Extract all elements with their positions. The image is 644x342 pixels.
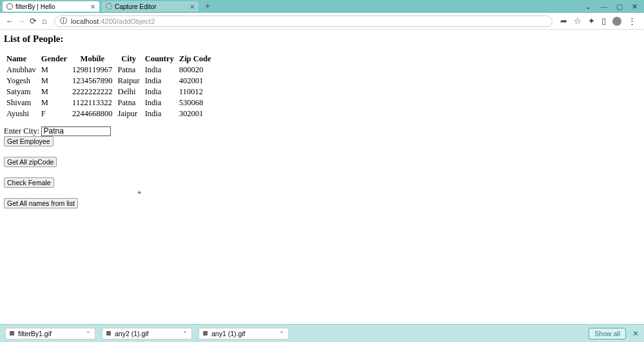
browser-tab-active[interactable]: filterBy | Hello ✕ (3, 1, 99, 12)
downloads-bar: filterBy1.gif ⌃ any2 (1).gif ⌃ any1 (1).… (0, 324, 644, 342)
city-label: Enter City: (4, 126, 39, 136)
back-button[interactable]: ← (4, 16, 15, 26)
cell-gender: M (39, 86, 70, 97)
cell-zip: 402001 (177, 75, 214, 86)
download-chip[interactable]: any1 (1).gif ⌃ (199, 328, 289, 339)
favicon-icon (106, 3, 112, 10)
browser-tab-inactive[interactable]: Capture Editor ✕ (102, 1, 199, 12)
cell-country: India (142, 108, 177, 119)
download-filename: filterBy1.gif (18, 330, 52, 337)
col-city: City (115, 54, 142, 65)
close-downloads-bar-icon[interactable]: ✕ (632, 329, 639, 338)
col-zip: Zip Code (177, 54, 214, 65)
col-gender: Gender (39, 54, 70, 65)
cell-zip: 110012 (177, 86, 214, 97)
cell-city: Jaipur (115, 108, 142, 119)
page-heading: List of People: (4, 34, 640, 45)
city-form-row: Enter City: (4, 126, 640, 136)
download-chip[interactable]: filterBy1.gif ⌃ (5, 328, 95, 339)
favicon-icon (6, 3, 13, 10)
people-table: Name Gender Mobile City Country Zip Code… (4, 54, 213, 119)
tab-title: filterBy | Hello (15, 3, 55, 10)
profile-avatar[interactable] (612, 17, 621, 26)
chevron-up-icon[interactable]: ⌃ (182, 330, 188, 337)
cell-city: Delhi (115, 86, 142, 97)
chevron-down-icon[interactable]: ⌄ (585, 3, 591, 11)
cell-mobile: 2222222222 (70, 86, 115, 97)
show-all-downloads-button[interactable]: Show all (589, 328, 626, 339)
cell-name: Yogesh (4, 75, 39, 86)
cell-mobile: 1234567890 (70, 75, 115, 86)
reload-button[interactable]: ⟳ (27, 16, 39, 26)
cell-name: Ayushi (4, 108, 39, 119)
bookmark-icon[interactable]: ☆ (574, 16, 581, 26)
cell-name: Shivam (4, 97, 39, 108)
get-all-names-button[interactable]: Get All names from list (4, 198, 78, 208)
col-mobile: Mobile (70, 54, 115, 65)
extensions-icon[interactable]: ✦ (588, 16, 595, 26)
table-row: AyushiF2244668800JaipurIndia302001 (4, 108, 213, 119)
table-header-row: Name Gender Mobile City Country Zip Code (4, 54, 213, 65)
file-icon (106, 331, 111, 336)
close-window-icon[interactable]: ✕ (632, 3, 638, 11)
tab-strip: filterBy | Hello ✕ Capture Editor ✕ + ⌄ … (0, 0, 644, 13)
address-bar[interactable]: ⓘ localhost:4200/addObject2 (54, 15, 552, 27)
forward-button: → (15, 16, 27, 26)
cell-country: India (142, 75, 177, 86)
cell-city: Raipur (115, 75, 142, 86)
minimize-icon[interactable]: ― (600, 3, 607, 11)
check-female-button[interactable]: Check Female (4, 177, 54, 188)
table-row: SatyamM2222222222DelhiIndia110012 (4, 86, 213, 97)
cell-country: India (142, 86, 177, 97)
cell-gender: M (39, 65, 70, 75)
close-icon[interactable]: ✕ (90, 3, 95, 10)
col-country: Country (142, 54, 177, 65)
cell-city: Patna (115, 97, 142, 108)
window-controls: ⌄ ― ▢ ✕ (585, 3, 644, 11)
page-content: List of People: Name Gender Mobile City … (0, 30, 644, 212)
url-path: /addObject2 (117, 17, 155, 25)
col-name: Name (4, 54, 39, 65)
cell-name: Satyam (4, 86, 39, 97)
url-port: :4200 (99, 17, 117, 25)
cell-mobile: 1298119967 (70, 65, 115, 75)
chevron-up-icon[interactable]: ⌃ (86, 330, 91, 337)
cell-zip: 530068 (177, 97, 214, 108)
download-filename: any1 (1).gif (211, 330, 246, 337)
city-input[interactable] (41, 126, 111, 136)
file-icon (203, 331, 208, 336)
share-icon[interactable]: ➦ (560, 16, 567, 26)
cell-gender: M (39, 97, 70, 108)
download-chip[interactable]: any2 (1).gif ⌃ (102, 328, 192, 339)
cell-city: Patna (115, 65, 142, 75)
panel-icon[interactable]: ▯ (601, 16, 606, 26)
cell-zip: 800020 (177, 65, 214, 75)
cell-country: India (142, 65, 177, 75)
cell-zip: 302001 (177, 108, 214, 119)
cell-country: India (142, 97, 177, 108)
cell-gender: M (39, 75, 70, 86)
browser-toolbar: ← → ⟳ ⌂ ⓘ localhost:4200/addObject2 ➦ ☆ … (0, 13, 644, 30)
close-icon[interactable]: ✕ (190, 3, 195, 10)
cell-mobile: 2244668800 (70, 108, 115, 119)
tab-title: Capture Editor (115, 3, 156, 10)
chevron-up-icon[interactable]: ⌃ (279, 330, 284, 337)
download-filename: any2 (1).gif (115, 330, 149, 337)
maximize-icon[interactable]: ▢ (616, 3, 623, 11)
file-icon (10, 331, 14, 336)
table-row: YogeshM1234567890RaipurIndia402001 (4, 75, 213, 86)
get-all-zipcode-button[interactable]: Get All zipCode (4, 157, 57, 167)
menu-icon[interactable]: ⋮ (628, 16, 636, 26)
url-host: localhost (71, 17, 99, 25)
new-tab-button[interactable]: + (201, 1, 214, 12)
home-button[interactable]: ⌂ (39, 16, 50, 26)
cell-mobile: 1122113322 (70, 97, 115, 108)
cell-name: Anubhav (4, 65, 39, 75)
get-employee-button[interactable]: Get Employee (4, 136, 54, 146)
toolbar-right-icons: ➦ ☆ ✦ ▯ ⋮ (556, 16, 640, 26)
table-row: ShivamM1122113322PatnaIndia530068 (4, 97, 213, 108)
cell-gender: F (39, 108, 70, 119)
table-row: AnubhavM1298119967PatnaIndia800020 (4, 65, 213, 75)
site-info-icon[interactable]: ⓘ (60, 16, 67, 26)
